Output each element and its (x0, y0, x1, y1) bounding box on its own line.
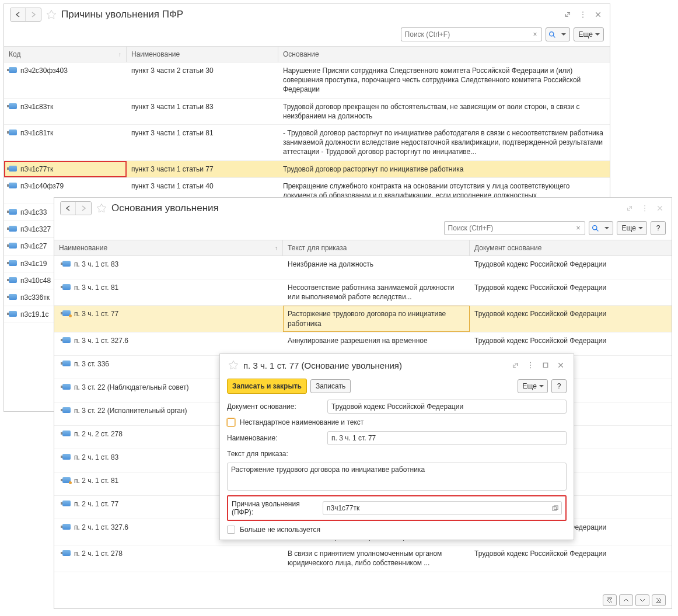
cell-code: п3ч1с19 (20, 259, 47, 268)
col-name-header[interactable]: Наименование↑ (54, 240, 283, 256)
close-icon[interactable] (654, 202, 666, 214)
svg-point-3 (550, 32, 554, 36)
save-close-button[interactable]: Записать и закрыть (227, 379, 307, 394)
row-icon (62, 384, 71, 390)
cell-name: пункт 3 части 1 статьи 40 (131, 181, 214, 191)
cell-code: п3ч10с48 (20, 276, 51, 285)
favorite-star-icon[interactable] (45, 8, 58, 21)
svg-point-10 (530, 368, 531, 369)
menu-dots-icon[interactable] (525, 359, 536, 371)
cell-text: Аннулирование разрешения на временное (288, 336, 428, 345)
col-doc-header[interactable]: Документ основание (470, 240, 672, 256)
more-button[interactable]: Еще (518, 379, 548, 393)
titlebar: п. 3 ч. 1 ст. 77 (Основание увольнения) (220, 354, 574, 376)
cell-name: пункт 3 части 1 статьи 77 (131, 164, 214, 174)
row-icon (9, 294, 17, 300)
window-title: Причины увольнения ПФР (61, 9, 558, 20)
reason-highlight: Причина увольнения (ПФР): п3ч1с77тк (227, 495, 567, 521)
row-icon (62, 501, 71, 506)
row-icon (9, 260, 17, 266)
link-icon[interactable] (562, 9, 574, 20)
cell-doc: Трудовой кодекс Российской Федерации (474, 309, 606, 318)
open-reference-icon[interactable] (550, 503, 560, 513)
table-row[interactable]: п. 3 ч. 1 ст. 327.6Аннулирование разреше… (54, 332, 672, 356)
table-row[interactable]: п. 3 ч. 1 ст. 77Расторжение трудового до… (54, 306, 672, 332)
form: Документ основание: Трудовой кодекс Росс… (220, 400, 574, 545)
close-icon[interactable] (592, 9, 604, 20)
cell-name: п. 3 ч. 1 ст. 83 (74, 260, 118, 269)
forward-button[interactable] (76, 202, 91, 215)
search-clear-button[interactable]: × (529, 27, 542, 41)
favorite-star-icon[interactable] (95, 202, 108, 215)
nav-last-button[interactable] (652, 594, 666, 606)
link-icon[interactable] (509, 359, 521, 371)
search-button[interactable] (546, 27, 570, 41)
name-field[interactable]: п. 3 ч. 1 ст. 77 (327, 431, 567, 445)
search-clear-button[interactable]: × (572, 221, 585, 235)
table-row[interactable]: п. 2 ч. 1 ст. 278В связи с принятием упо… (54, 545, 672, 572)
col-name-header[interactable]: Наименование (127, 47, 278, 62)
help-button[interactable]: ? (551, 379, 567, 393)
cell-code: п3ч1с327 (20, 225, 51, 234)
text-label: Текст для приказа: (227, 450, 323, 458)
cell-basis: Нарушение Присяги сотрудника Следственно… (283, 66, 605, 94)
link-icon[interactable] (624, 202, 635, 214)
table-row[interactable]: п3ч2с30фз403пункт 3 части 2 статьи 30Нар… (4, 62, 610, 99)
cell-name: п. 2 ч. 1 ст. 327.6 (74, 523, 128, 532)
row-icon (9, 277, 17, 283)
row-icon (9, 311, 17, 317)
nav-first-button[interactable] (603, 594, 617, 606)
reason-field[interactable]: п3ч1с77тк (323, 501, 562, 515)
search-input[interactable] (401, 27, 529, 41)
menu-dots-icon[interactable] (639, 202, 651, 214)
back-button[interactable] (61, 202, 76, 215)
cell-name: п. 3 ст. 22 (Наблюдательный совет) (74, 383, 189, 392)
favorite-star-icon[interactable] (227, 359, 240, 372)
table-row[interactable]: п. 3 ч. 1 ст. 81Несоответствие работника… (54, 279, 672, 306)
cell-code: п3ч1с40фз79 (20, 181, 64, 191)
col-code-header[interactable]: Код↑ (4, 47, 127, 62)
row-icon (9, 183, 17, 188)
col-text-header[interactable]: Текст для приказа (283, 240, 470, 256)
menu-dots-icon[interactable] (577, 9, 589, 20)
table-row[interactable]: п3ч1с83ткпункт 3 части 1 статьи 83Трудов… (4, 99, 610, 125)
maximize-icon[interactable] (540, 359, 551, 371)
svg-point-8 (530, 362, 531, 363)
unused-checkbox[interactable] (227, 526, 235, 534)
more-button[interactable]: Еще (617, 221, 647, 235)
cell-code: п3ч1с33 (20, 208, 47, 217)
col-basis-header[interactable]: Основание (278, 47, 610, 62)
cell-name: п. 2 ч. 1 ст. 278 (74, 549, 123, 558)
cell-name: п. 3 ст. 22 (Исполнительный орган) (74, 406, 187, 415)
help-button[interactable]: ? (651, 221, 666, 235)
nav-group (60, 201, 92, 215)
row-icon (62, 337, 71, 343)
titlebar: Основания увольнения (54, 198, 672, 219)
window-title: Основания увольнения (111, 202, 620, 214)
back-button[interactable] (11, 8, 26, 21)
svg-rect-11 (543, 363, 548, 368)
close-icon[interactable] (555, 359, 567, 371)
svg-point-9 (530, 365, 531, 366)
row-icon (62, 430, 71, 436)
table-row[interactable]: п3ч1с81ткпункт 3 части 1 статьи 81- Труд… (4, 125, 610, 161)
search-input[interactable] (444, 221, 572, 235)
table-row[interactable]: п3ч1с77ткпункт 3 части 1 статьи 77Трудов… (4, 161, 610, 178)
search-button[interactable] (589, 221, 613, 235)
save-button[interactable]: Записать (310, 379, 351, 393)
text-field[interactable]: Расторжение трудового договора по инициа… (227, 463, 567, 491)
cell-code: п3ч1с77тк (20, 164, 53, 174)
cell-code: п3ч1с81тк (20, 128, 53, 138)
nav-up-button[interactable] (619, 594, 633, 606)
cell-doc: Трудовой кодекс Российской Федерации (474, 283, 606, 292)
cell-name: п. 3 ч. 1 ст. 327.6 (74, 336, 128, 345)
doc-field[interactable]: Трудовой кодекс Российской Федерации (327, 400, 567, 414)
row-icon (9, 103, 17, 109)
svg-point-1 (582, 14, 583, 15)
forward-button[interactable] (26, 8, 41, 21)
nonstd-checkbox[interactable] (227, 418, 235, 426)
table-row[interactable]: п. 3 ч. 1 ст. 83Неизбрание на должностьТ… (54, 256, 672, 279)
nav-down-button[interactable] (635, 594, 649, 606)
more-button[interactable]: Еще (574, 27, 604, 41)
nonstd-label: Нестандартное наименование и текст (240, 418, 364, 426)
